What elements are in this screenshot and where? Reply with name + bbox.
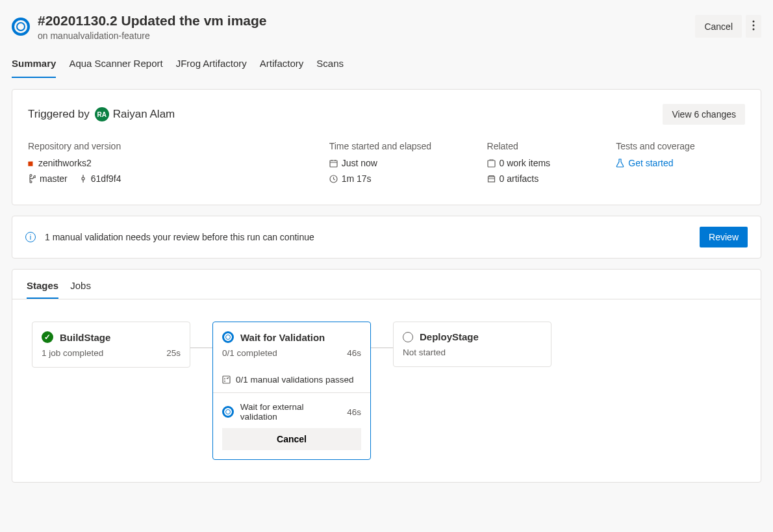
stage-wait-header: Wait for Validation <box>213 322 370 348</box>
svg-point-3 <box>82 177 84 180</box>
triggered-by: Triggered by RA Raiyan Alam <box>28 107 175 121</box>
commit-icon <box>79 175 87 183</box>
col-repo-label: Repository and version <box>28 141 329 151</box>
col-tests-label: Tests and coverage <box>616 141 745 151</box>
page-title: #20201130.2 Updated the vm image <box>38 12 267 29</box>
title-block: #20201130.2 Updated the vm image on manu… <box>38 12 267 41</box>
cancel-button[interactable]: Cancel <box>695 15 742 38</box>
repo-name-row[interactable]: ◆ zenithworks2 <box>28 158 329 168</box>
stage-deploy-header: DeployStage <box>394 322 551 348</box>
check-icon: ✓ <box>42 331 53 343</box>
branch-icon <box>28 174 36 183</box>
elapsed-value: 1m 17s <box>342 173 372 184</box>
clock-icon <box>329 175 338 183</box>
commit-hash: 61df9f4 <box>91 173 121 184</box>
alert-card: i 1 manual validation needs your review … <box>12 216 761 259</box>
svg-point-0 <box>753 21 755 23</box>
info-grid: Repository and version ◆ zenithworks2 ma… <box>28 141 745 189</box>
flask-icon <box>616 158 624 168</box>
branch-commit-row: master 61df9f4 <box>28 173 329 189</box>
header-actions: Cancel <box>695 15 761 38</box>
stage-wait-task-duration: 46s <box>347 407 361 417</box>
page-subtitle: on manualvalidation-feature <box>38 31 267 41</box>
stage-wait-task[interactable]: Wait for external validation 46s <box>213 393 370 428</box>
stage-wait-status: 0/1 completed 46s <box>213 348 370 367</box>
stages-body: ✓ BuildStage 1 job completed 25s Wait fo… <box>12 299 761 482</box>
alert-left: i 1 manual validation needs your review … <box>25 232 314 242</box>
stage-wait-validations: 0/1 manual validations passed <box>213 367 370 392</box>
summary-top: Triggered by RA Raiyan Alam View 6 chang… <box>28 104 745 125</box>
stage-deploy-status-text: Not started <box>403 348 446 357</box>
repo-icon: ◆ <box>25 157 37 169</box>
artifacts-icon <box>487 175 496 183</box>
alert-message: 1 manual validation needs your review be… <box>45 232 314 242</box>
triggered-by-prefix: Triggered by <box>28 108 90 121</box>
pipeline-status-icon <box>12 18 30 36</box>
connector-1 <box>190 348 212 348</box>
stage-build-status: 1 job completed 25s <box>32 348 190 367</box>
view-changes-button[interactable]: View 6 changes <box>663 104 745 125</box>
header-left: #20201130.2 Updated the vm image on manu… <box>12 12 267 41</box>
svg-rect-8 <box>223 376 230 383</box>
stage-deploy-status: Not started <box>394 348 551 366</box>
started-row: Just now <box>329 158 487 168</box>
tab-jfrog[interactable]: JFrog Artifactory <box>176 53 247 78</box>
tab-artifactory[interactable]: Artifactory <box>260 53 304 78</box>
svg-rect-6 <box>488 160 495 167</box>
review-button[interactable]: Review <box>700 227 748 247</box>
stage-build-name: BuildStage <box>60 332 110 343</box>
stage-cancel-button[interactable]: Cancel <box>222 428 361 450</box>
svg-point-1 <box>753 25 755 27</box>
col-related-label: Related <box>487 141 616 151</box>
svg-rect-4 <box>330 160 337 167</box>
tab-aqua-scanner[interactable]: Aqua Scanner Report <box>69 53 162 78</box>
branch-row[interactable]: master <box>28 173 68 184</box>
stages-tabs: Stages Jobs <box>12 270 761 299</box>
svg-rect-7 <box>488 177 494 182</box>
stage-wait-valid-text: 0/1 manual validations passed <box>236 375 354 385</box>
get-started-link[interactable]: Get started <box>628 158 673 168</box>
branch-name: master <box>40 173 68 184</box>
tab-jobs[interactable]: Jobs <box>70 280 91 299</box>
checklist-icon <box>222 375 231 384</box>
tab-stages[interactable]: Stages <box>27 280 58 299</box>
info-icon: i <box>25 232 36 242</box>
tab-summary[interactable]: Summary <box>12 53 56 78</box>
stage-wait-status-text: 0/1 completed <box>222 348 277 358</box>
col-time-label: Time started and elapsed <box>329 141 487 151</box>
tests-get-started-row[interactable]: Get started <box>616 158 745 168</box>
col-time: Time started and elapsed Just now 1m 17s <box>329 141 487 189</box>
col-tests: Tests and coverage Get started <box>616 141 745 189</box>
more-options-button[interactable] <box>746 15 761 38</box>
pipeline-status-inner <box>16 22 25 31</box>
stage-wait[interactable]: Wait for Validation 0/1 completed 46s 0/… <box>212 322 371 460</box>
col-repo: Repository and version ◆ zenithworks2 ma… <box>28 141 329 189</box>
stage-build-header: ✓ BuildStage <box>32 322 190 348</box>
tab-scans[interactable]: Scans <box>316 53 344 78</box>
work-items-icon <box>487 159 496 168</box>
stage-wait-duration: 46s <box>347 348 361 358</box>
commit-row[interactable]: 61df9f4 <box>79 173 121 184</box>
not-started-icon <box>403 332 413 342</box>
work-items-row[interactable]: 0 work items <box>487 158 616 168</box>
main-tabs: Summary Aqua Scanner Report JFrog Artifa… <box>12 53 761 79</box>
avatar: RA <box>95 107 109 121</box>
stages-card: Stages Jobs ✓ BuildStage 1 job completed… <box>12 269 761 483</box>
task-progress-icon <box>222 406 234 418</box>
summary-card: Triggered by RA Raiyan Alam View 6 chang… <box>12 89 761 205</box>
stage-build-duration: 25s <box>166 348 181 358</box>
in-progress-icon <box>222 331 234 343</box>
stage-deploy[interactable]: DeployStage Not started <box>393 322 551 367</box>
artifacts-row[interactable]: 0 artifacts <box>487 173 616 184</box>
elapsed-row: 1m 17s <box>329 173 487 184</box>
work-items-value: 0 work items <box>500 158 551 168</box>
stage-wait-name: Wait for Validation <box>240 332 325 343</box>
connector-2 <box>371 348 393 348</box>
svg-point-2 <box>753 29 755 31</box>
triggered-by-name: Raiyan Alam <box>113 108 175 121</box>
stage-build[interactable]: ✓ BuildStage 1 job completed 25s <box>32 322 190 368</box>
page-header: #20201130.2 Updated the vm image on manu… <box>12 12 761 41</box>
artifacts-value: 0 artifacts <box>500 173 539 184</box>
col-related: Related 0 work items 0 artifacts <box>487 141 616 189</box>
started-value: Just now <box>342 158 377 168</box>
